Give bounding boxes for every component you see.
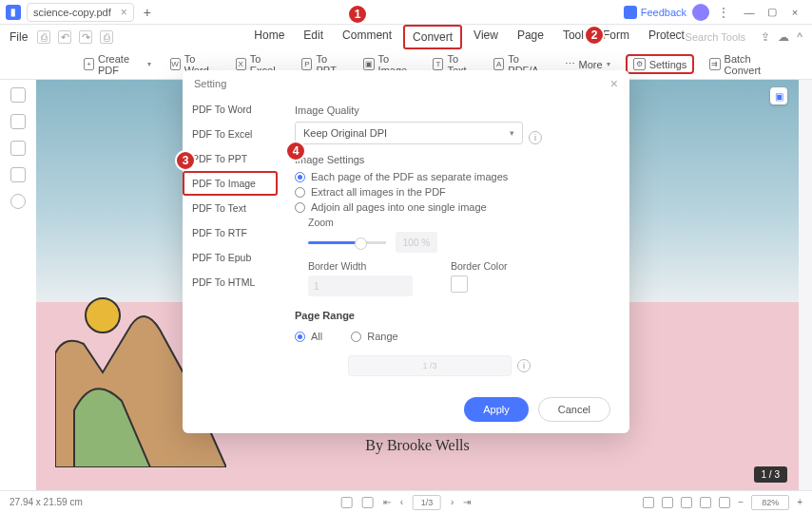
file-menu[interactable]: File bbox=[10, 30, 28, 44]
tab-home[interactable]: Home bbox=[246, 25, 292, 49]
fullscreen-icon[interactable] bbox=[719, 497, 730, 508]
text-icon: T bbox=[433, 58, 443, 70]
ppt-icon: P bbox=[301, 58, 312, 70]
minimize-button[interactable]: — bbox=[740, 4, 759, 21]
user-avatar[interactable] bbox=[692, 4, 709, 21]
image-settings-label: Image Settings bbox=[295, 154, 612, 165]
zoom-value-field[interactable]: 100 % bbox=[396, 232, 437, 253]
chevron-down-icon: ▾ bbox=[510, 128, 514, 138]
border-color-label: Border Color bbox=[451, 260, 508, 272]
annotation-icon[interactable] bbox=[10, 141, 26, 156]
zoom-label: Zoom bbox=[308, 217, 612, 228]
search-icon[interactable] bbox=[10, 194, 26, 209]
last-page-icon[interactable]: ⇥ bbox=[463, 497, 471, 507]
first-page-icon[interactable]: ⇤ bbox=[383, 497, 391, 507]
page-navigation: ⇤ ‹ 1/3 › ⇥ bbox=[341, 495, 472, 510]
dialog-content: Image Quality Keep Original DPI▾ i Image… bbox=[278, 97, 629, 386]
zoom-slider[interactable] bbox=[308, 241, 361, 244]
settings-button[interactable]: ⚙Settings bbox=[626, 54, 695, 74]
view-mode-icon[interactable] bbox=[662, 497, 673, 508]
search-tools-input[interactable]: Search Tools bbox=[686, 31, 745, 43]
document-tab[interactable]: science-copy.pdf × bbox=[27, 3, 134, 22]
print-icon[interactable]: ⎙ bbox=[100, 30, 113, 44]
cloud-icon[interactable]: ☁ bbox=[778, 30, 789, 44]
sidebar-item-excel[interactable]: PDF To Excel bbox=[183, 122, 278, 146]
radio-extract-images[interactable]: Extract all images in the PDF bbox=[295, 186, 612, 198]
floating-tool-icon[interactable]: ▣ bbox=[770, 87, 787, 104]
border-color-swatch[interactable] bbox=[451, 276, 468, 293]
sidebar-item-epub[interactable]: PDF To Epub bbox=[183, 245, 278, 270]
tab-convert[interactable]: Convert bbox=[403, 25, 462, 49]
apply-button[interactable]: Apply bbox=[464, 397, 529, 422]
radio-range-custom[interactable]: Range bbox=[351, 331, 397, 342]
status-bar: 27.94 x 21.59 cm ⇤ ‹ 1/3 › ⇥ − 82% + bbox=[0, 490, 812, 513]
radio-range-all[interactable]: All bbox=[295, 331, 322, 342]
sidebar-item-text[interactable]: PDF To Text bbox=[183, 196, 278, 220]
maximize-button[interactable]: ▢ bbox=[763, 4, 782, 21]
zoom-in-button[interactable]: + bbox=[797, 497, 802, 507]
attachment-icon[interactable] bbox=[10, 167, 26, 182]
select-tool-icon[interactable] bbox=[362, 497, 374, 508]
page-number-input[interactable]: 1/3 bbox=[413, 495, 441, 510]
page-range-input[interactable]: 1 /3 bbox=[348, 355, 512, 376]
radio-adjoin-single[interactable]: Adjoin all pages into one single image bbox=[295, 201, 612, 213]
title-bar: ▮ science-copy.pdf × + Feedback ⋮ — ▢ × bbox=[0, 0, 812, 25]
create-pdf-button[interactable]: +Create PDF▾ bbox=[80, 50, 155, 79]
save-icon[interactable]: ⎙ bbox=[37, 30, 50, 44]
info-icon[interactable]: i bbox=[529, 131, 542, 144]
image-quality-select[interactable]: Keep Original DPI▾ bbox=[295, 122, 523, 144]
collapse-ribbon-icon[interactable]: ^ bbox=[797, 30, 802, 44]
sidebar-item-html[interactable]: PDF To HTML bbox=[183, 270, 278, 294]
tab-edit[interactable]: Edit bbox=[296, 25, 331, 49]
excel-icon: X bbox=[236, 58, 246, 70]
dialog-header: Setting × bbox=[183, 70, 629, 97]
radio-separate-pages[interactable]: Each page of the PDF as separate images bbox=[295, 171, 612, 182]
close-window-button[interactable]: × bbox=[785, 4, 804, 21]
share-icon[interactable]: ⇪ bbox=[761, 30, 770, 44]
sidebar-item-word[interactable]: PDF To Word bbox=[183, 97, 278, 122]
dialog-close-icon[interactable]: × bbox=[610, 76, 618, 91]
close-tab-icon[interactable]: × bbox=[121, 6, 127, 19]
plus-icon: + bbox=[84, 58, 94, 70]
view-mode-icon[interactable] bbox=[681, 497, 692, 508]
add-tab-icon[interactable]: + bbox=[144, 5, 151, 20]
view-mode-icon[interactable] bbox=[700, 497, 711, 508]
callout-4: 4 bbox=[285, 141, 306, 162]
border-width-field[interactable]: 1 bbox=[308, 276, 413, 296]
feedback-link[interactable]: Feedback bbox=[641, 7, 686, 18]
info-icon[interactable]: i bbox=[517, 359, 531, 372]
page-indicator: 1 / 3 bbox=[754, 466, 787, 483]
batch-convert-button[interactable]: ⇉Batch Convert bbox=[706, 50, 783, 79]
callout-2: 2 bbox=[584, 25, 605, 46]
dots-icon: ⋯ bbox=[565, 58, 575, 70]
cancel-button[interactable]: Cancel bbox=[538, 397, 610, 422]
redo-icon[interactable]: ↷ bbox=[79, 30, 92, 44]
thumbnails-icon[interactable] bbox=[10, 87, 26, 103]
hand-tool-icon[interactable] bbox=[341, 497, 353, 508]
word-icon: W bbox=[170, 58, 181, 70]
zoom-level-input[interactable]: 82% bbox=[751, 495, 789, 510]
sidebar-item-ppt[interactable]: PDF To PPT bbox=[183, 146, 278, 171]
border-width-label: Border Width bbox=[308, 260, 413, 272]
tab-page[interactable]: Page bbox=[510, 25, 551, 49]
zoom-out-button[interactable]: − bbox=[738, 497, 744, 507]
radio-icon bbox=[295, 172, 305, 182]
gear-icon: ⚙ bbox=[633, 58, 646, 70]
tab-title: science-copy.pdf bbox=[33, 7, 111, 18]
radio-icon bbox=[295, 187, 305, 198]
image-quality-label: Image Quality bbox=[295, 104, 612, 116]
tab-view[interactable]: View bbox=[466, 25, 506, 49]
page-byline: By Brooke Wells bbox=[36, 437, 799, 454]
next-page-icon[interactable]: › bbox=[451, 497, 454, 507]
sidebar-item-image[interactable]: PDF To Image bbox=[183, 171, 278, 196]
tab-comment[interactable]: Comment bbox=[335, 25, 399, 49]
svg-point-0 bbox=[86, 298, 120, 332]
view-mode-icon[interactable] bbox=[643, 497, 654, 508]
radio-icon bbox=[295, 202, 305, 213]
left-side-panel bbox=[0, 80, 36, 490]
bookmark-icon[interactable] bbox=[10, 114, 26, 129]
prev-page-icon[interactable]: ‹ bbox=[400, 497, 403, 507]
sidebar-item-rtf[interactable]: PDF To RTF bbox=[183, 220, 278, 245]
more-menu-icon[interactable]: ⋮ bbox=[717, 5, 730, 20]
undo-icon[interactable]: ↶ bbox=[58, 30, 71, 44]
